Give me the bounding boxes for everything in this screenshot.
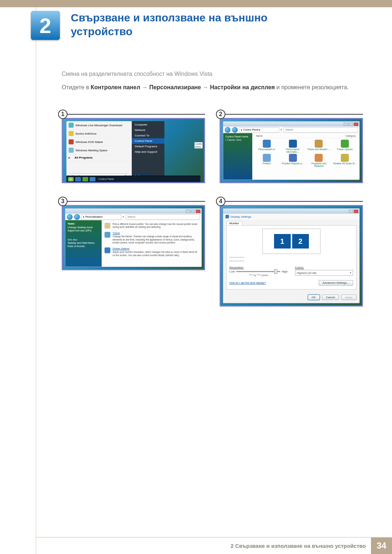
cp-icon bbox=[315, 154, 323, 162]
tooltip-fragment: Custoremo bbox=[195, 142, 203, 148]
sidebar-link[interactable]: Change desktop icons bbox=[68, 226, 99, 229]
monitor-arrangement[interactable]: 1 2 bbox=[262, 229, 320, 254]
titlebar bbox=[65, 209, 201, 214]
minimize-button[interactable] bbox=[349, 210, 353, 213]
step-rule bbox=[67, 201, 205, 202]
personalization-item[interactable]: ThemeChange the theme. Themes can change… bbox=[105, 232, 199, 245]
chapter-number: 2 bbox=[31, 11, 60, 40]
monitor-1[interactable]: 1 bbox=[274, 234, 291, 249]
sidebar-heading: Tasks bbox=[68, 222, 99, 225]
start-menu-item[interactable]: Windows Meeting Space bbox=[66, 146, 132, 155]
start-menu-right: Computer Network Connect To Control Pane… bbox=[132, 121, 164, 180]
back-button[interactable] bbox=[225, 127, 230, 133]
cp-item-personalization[interactable]: Personalizati on bbox=[254, 140, 279, 153]
best-display-link[interactable]: How do I get the best display? bbox=[229, 281, 266, 284]
figure-1-start-menu: Windows Live Messenger Download Norton A… bbox=[62, 118, 205, 183]
sidebar-link[interactable]: • Classic View bbox=[225, 139, 250, 141]
cp-item[interactable]: Phone and Modem ... bbox=[307, 140, 331, 153]
breadcrumb[interactable]: ▸ Personalization bbox=[81, 214, 121, 219]
cp-item[interactable]: Programs and Features bbox=[307, 154, 331, 167]
minimize-button[interactable] bbox=[186, 210, 190, 213]
cp-item[interactable]: Printers bbox=[254, 154, 279, 167]
advanced-settings-button[interactable]: Advanced Settings... bbox=[319, 280, 353, 286]
cp-item[interactable]: Problem Reports a... bbox=[281, 154, 305, 167]
sidebar: Tasks Change desktop icons Adjust font s… bbox=[65, 220, 102, 267]
close-button[interactable] bbox=[354, 123, 358, 126]
cp-item[interactable]: Performance Informatio... bbox=[281, 140, 305, 153]
resolution-label: Resolution: bbox=[229, 266, 288, 269]
sidebar-link[interactable]: Taskbar and Start Menu bbox=[68, 242, 99, 244]
taskbar-window-label[interactable]: Control Panel bbox=[98, 178, 114, 180]
start-menu-item[interactable]: Norton AntiVirus bbox=[66, 130, 132, 138]
step-rule bbox=[225, 201, 363, 202]
close-button[interactable] bbox=[354, 210, 358, 213]
start-right-item[interactable]: Default Programs bbox=[132, 144, 164, 149]
close-button[interactable] bbox=[196, 210, 200, 213]
personalization-item[interactable]: Pick a different mouse pointer. You can … bbox=[105, 223, 199, 229]
minimize-button[interactable] bbox=[344, 123, 348, 126]
page-number: 34 bbox=[371, 537, 392, 554]
taskbar-icon[interactable] bbox=[75, 177, 81, 181]
back-button[interactable] bbox=[67, 214, 73, 220]
step-badge-1: 1 bbox=[58, 110, 68, 119]
main-pane: Pick a different mouse pointer. You can … bbox=[102, 220, 201, 267]
app-icon bbox=[69, 131, 74, 136]
slider-thumb[interactable] bbox=[274, 269, 277, 274]
address-bar: ▸ Control Panel ▸ ▾ bbox=[223, 127, 359, 133]
chapter-header: 2 Свързване и използване на външно устро… bbox=[31, 11, 307, 40]
column-header[interactable]: Name bbox=[256, 135, 263, 137]
start-orb-icon[interactable] bbox=[68, 177, 74, 181]
sidebar: Control Panel Home • Classic View bbox=[223, 133, 252, 180]
dialog-panel: 1 2 ******************** Resolution: Low… bbox=[226, 225, 356, 290]
colors-select[interactable]: Highest (32 bit)▾ bbox=[295, 270, 354, 276]
footer-text: 2 Свързване и използване на външно устро… bbox=[230, 543, 371, 549]
figure-2-control-panel: ▸ Control Panel ▸ ▾ Control Panel Home •… bbox=[220, 118, 363, 183]
start-right-item-control-panel[interactable]: Control Panel bbox=[132, 138, 164, 144]
dialog-buttons: OK Cancel Apply bbox=[223, 292, 359, 303]
search-input[interactable] bbox=[126, 214, 200, 219]
start-right-item[interactable]: Network bbox=[132, 127, 164, 133]
personalization-item-display-settings[interactable]: Display SettingsAdjust your monitor reso… bbox=[105, 247, 199, 257]
slider-high-label: High bbox=[282, 270, 287, 273]
titlebar bbox=[223, 209, 359, 214]
breadcrumb[interactable]: ▸ Control Panel ▸ bbox=[239, 127, 279, 132]
monitor-2[interactable]: 2 bbox=[292, 234, 309, 249]
tab-monitor[interactable]: Monitor bbox=[226, 221, 242, 225]
cancel-button[interactable]: Cancel bbox=[322, 295, 339, 300]
start-right-item[interactable]: Connect To bbox=[132, 133, 164, 138]
ok-button[interactable]: OK bbox=[308, 295, 320, 300]
redacted-text: ******************** bbox=[229, 256, 353, 263]
forward-button[interactable] bbox=[74, 214, 80, 220]
forward-button[interactable] bbox=[232, 127, 238, 133]
sidebar-link[interactable]: Adjust font size (DPI) bbox=[68, 229, 99, 232]
cp-icon bbox=[263, 154, 271, 162]
search-input[interactable] bbox=[283, 127, 358, 132]
cp-icon bbox=[341, 140, 349, 148]
cp-item[interactable]: Realtek HD Audio M... bbox=[332, 154, 357, 167]
start-right-item[interactable]: Computer bbox=[132, 122, 164, 127]
apply-button[interactable]: Apply bbox=[341, 295, 356, 300]
cp-icon bbox=[289, 154, 297, 162]
start-menu-item[interactable]: Windows DVD Maker bbox=[66, 138, 132, 146]
display-icon bbox=[225, 215, 229, 218]
column-header[interactable]: Category bbox=[346, 135, 356, 137]
dialog-title: Display Settings bbox=[223, 214, 359, 219]
sidebar-link[interactable]: Control Panel Home bbox=[225, 135, 250, 138]
taskbar-icon[interactable] bbox=[82, 177, 88, 181]
start-menu-item[interactable]: Windows Live Messenger Download bbox=[66, 121, 132, 130]
resolution-slider[interactable]: Low High bbox=[229, 270, 288, 273]
cp-icon bbox=[341, 154, 349, 162]
app-icon bbox=[69, 139, 74, 144]
theme-icon bbox=[105, 232, 110, 238]
cp-icon bbox=[315, 140, 323, 148]
taskbar-icon[interactable] bbox=[90, 177, 95, 181]
page-footer: 2 Свързване и използване на външно устро… bbox=[36, 537, 392, 554]
chevron-down-icon: ▾ bbox=[350, 271, 351, 274]
all-programs[interactable]: ▸ All Programs bbox=[66, 155, 132, 161]
resolution-value: **** by **** pixels bbox=[229, 274, 288, 276]
sidebar-link[interactable]: Ease of Access bbox=[68, 245, 99, 247]
maximize-button[interactable] bbox=[191, 210, 195, 213]
cp-item[interactable]: Power Options bbox=[332, 140, 357, 153]
maximize-button[interactable] bbox=[349, 123, 353, 126]
start-right-item[interactable]: Help and Support bbox=[132, 149, 164, 155]
